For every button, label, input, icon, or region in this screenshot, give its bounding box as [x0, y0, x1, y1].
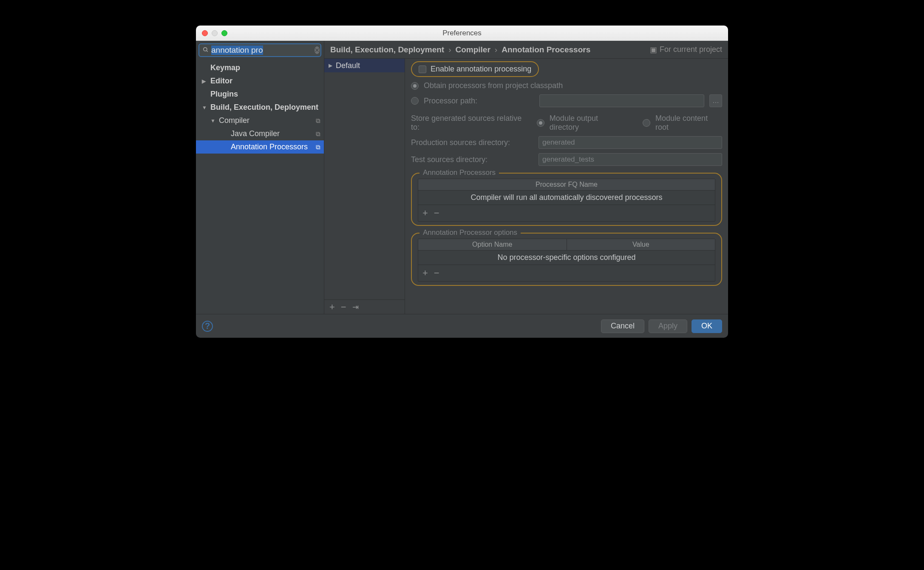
copy-icon: ⧉	[316, 117, 320, 125]
group-legend: Annotation Processors	[419, 168, 499, 177]
obtain-from-classpath[interactable]: Obtain processors from project classpath	[411, 81, 722, 90]
tree-label: Keymap	[210, 63, 240, 72]
processor-path-input[interactable]	[539, 94, 704, 107]
body: ▶ Default + − ⇥ Enable annotation proces…	[324, 59, 728, 314]
add-profile-button[interactable]: +	[329, 302, 335, 313]
table-empty-message: No processor-specific options configured	[418, 251, 715, 265]
ok-button[interactable]: OK	[692, 319, 722, 333]
copy-icon: ⧉	[316, 143, 320, 151]
breadcrumb-item[interactable]: Compiler	[455, 45, 490, 54]
production-dir-input[interactable]	[539, 136, 722, 149]
radio-module-output[interactable]	[537, 119, 544, 127]
tree-item-annotation-processors[interactable]: Annotation Processors ⧉	[196, 140, 324, 154]
cancel-button[interactable]: Cancel	[601, 319, 644, 333]
svg-point-0	[204, 47, 207, 51]
tree-label: Annotation Processors	[231, 142, 308, 151]
table-toolbar: + −	[418, 205, 715, 221]
breadcrumb-item: Annotation Processors	[502, 45, 590, 54]
processor-path-row: Processor path: …	[411, 94, 722, 107]
remove-row-button[interactable]: −	[434, 268, 439, 279]
remove-profile-button[interactable]: −	[341, 302, 346, 313]
profile-label: Default	[336, 61, 360, 70]
test-dir-input[interactable]	[539, 153, 722, 166]
enable-checkbox[interactable]	[419, 66, 426, 73]
copy-icon: ⧉	[316, 130, 320, 138]
chevron-right-icon: ▶	[329, 63, 332, 68]
svg-line-1	[207, 50, 208, 51]
table-empty-message: Compiler will run all automatically disc…	[418, 191, 715, 205]
processors-table: Processor FQ Name Compiler will run all …	[418, 179, 715, 222]
clear-search-icon[interactable]: ✕	[315, 46, 320, 54]
main-panel: Build, Execution, Deployment › Compiler …	[324, 41, 728, 314]
profiles-list: ▶ Default + − ⇥	[324, 59, 405, 314]
radio-obtain-classpath[interactable]	[411, 82, 419, 90]
tree-item-build-execution-deployment[interactable]: ▼Build, Execution, Deployment	[196, 101, 324, 114]
breadcrumb: Build, Execution, Deployment › Compiler …	[324, 41, 728, 59]
dialog-footer: ? Cancel Apply OK	[196, 314, 728, 338]
preferences-window: Preferences ✕ Keymap ▶Editor	[196, 26, 728, 338]
tree-item-compiler[interactable]: ▼Compiler ⧉	[196, 114, 324, 127]
group-legend: Annotation Processor options	[419, 228, 521, 237]
profiles-toolbar: + − ⇥	[324, 299, 405, 314]
tree-item-java-compiler[interactable]: Java Compiler ⧉	[196, 127, 324, 140]
search-icon	[203, 47, 209, 54]
tree-item-keymap[interactable]: Keymap	[196, 61, 324, 74]
tree-label: Java Compiler	[231, 129, 280, 138]
tree-label: Compiler	[219, 116, 249, 125]
sidebar: ✕ Keymap ▶Editor Plugins ▼Build, Executi…	[196, 41, 324, 314]
processor-options-group: Annotation Processor options Option Name…	[411, 233, 722, 286]
move-module-button[interactable]: ⇥	[352, 302, 359, 312]
store-relative-row: Store generated sources relative to: Mod…	[411, 114, 722, 132]
help-button[interactable]: ?	[202, 321, 213, 332]
annotation-processors-group: Annotation Processors Processor FQ Name …	[411, 173, 722, 226]
browse-button[interactable]: …	[709, 94, 722, 107]
production-dir-row: Production sources directory:	[411, 136, 722, 149]
add-row-button[interactable]: +	[422, 208, 428, 219]
enable-annotation-processing[interactable]: Enable annotation processing	[411, 61, 539, 77]
project-icon: ▣	[650, 45, 657, 54]
search-input[interactable]	[211, 46, 312, 55]
window-title: Preferences	[196, 29, 728, 37]
chevron-right-icon: ›	[495, 45, 497, 54]
add-row-button[interactable]: +	[422, 268, 428, 279]
content: ✕ Keymap ▶Editor Plugins ▼Build, Executi…	[196, 41, 728, 314]
table-header: Option Name	[418, 239, 567, 250]
tree-label: Editor	[210, 77, 232, 86]
settings-form: Enable annotation processing Obtain proc…	[405, 59, 728, 314]
remove-row-button[interactable]: −	[434, 208, 439, 219]
enable-label: Enable annotation processing	[431, 65, 531, 74]
table-header: Processor FQ Name	[418, 179, 715, 190]
apply-button[interactable]: Apply	[649, 319, 687, 333]
scope-hint: ▣ For current project	[650, 45, 722, 54]
table-toolbar: + −	[418, 265, 715, 281]
tree-label: Build, Execution, Deployment	[210, 103, 318, 112]
profile-default[interactable]: ▶ Default	[324, 59, 405, 72]
search-field[interactable]: ✕	[198, 43, 321, 57]
tree-item-editor[interactable]: ▶Editor	[196, 74, 324, 88]
options-table: Option Name Value No processor-specific …	[418, 239, 715, 282]
titlebar: Preferences	[196, 26, 728, 41]
test-dir-row: Test sources directory:	[411, 153, 722, 166]
tree-label: Plugins	[210, 90, 238, 99]
breadcrumb-item[interactable]: Build, Execution, Deployment	[330, 45, 444, 54]
settings-tree: Keymap ▶Editor Plugins ▼Build, Execution…	[196, 60, 324, 314]
tree-item-plugins[interactable]: Plugins	[196, 88, 324, 101]
radio-module-content-root[interactable]	[643, 119, 650, 127]
chevron-right-icon: ›	[448, 45, 451, 54]
table-header: Value	[567, 239, 715, 250]
radio-processor-path[interactable]	[411, 97, 419, 105]
